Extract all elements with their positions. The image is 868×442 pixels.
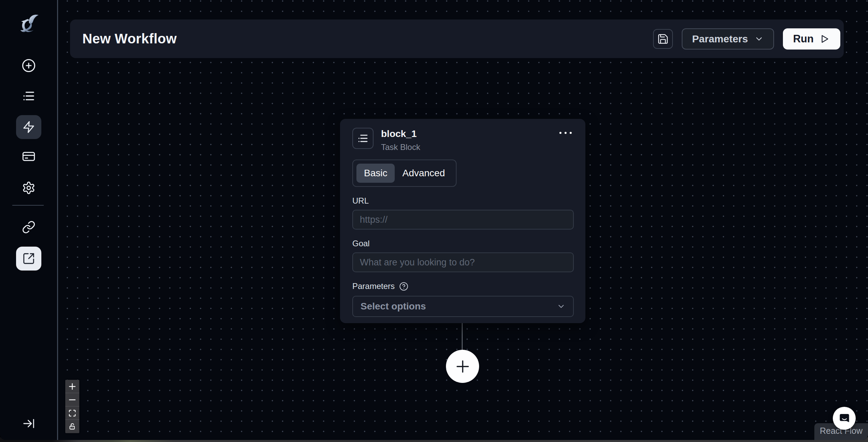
skyvern-window: New Workflow Parameters Run — [0, 0, 868, 440]
block-mode-tabs: Basic Advanced — [352, 160, 457, 187]
chevron-down-icon — [754, 34, 764, 44]
parameters-dropdown-label: Parameters — [692, 33, 748, 45]
url-input[interactable] — [352, 210, 574, 230]
intercom-chat-icon — [837, 411, 852, 426]
run-button-label: Run — [793, 33, 814, 45]
list-icon — [357, 133, 369, 144]
block-menu-button[interactable] — [557, 130, 574, 136]
external-link-icon — [22, 252, 35, 265]
unlock-icon — [69, 423, 76, 430]
save-button[interactable] — [653, 29, 673, 49]
goal-label: Goal — [352, 239, 574, 248]
link-icon — [22, 220, 36, 234]
chevron-down-icon — [557, 302, 566, 311]
plus-icon — [454, 358, 472, 375]
plus-circle-icon — [22, 58, 36, 73]
block-title: block_1 — [381, 128, 420, 139]
sidebar — [0, 0, 57, 440]
node-connector-edge — [462, 323, 463, 350]
list-icon — [22, 89, 36, 103]
workflow-header: New Workflow Parameters Run — [70, 19, 844, 58]
lightning-icon — [22, 121, 35, 134]
lock-button[interactable] — [65, 420, 79, 433]
parameters-select[interactable]: Select options — [352, 296, 574, 317]
skyvern-dragon-logo[interactable] — [16, 12, 41, 38]
block-header: block_1 Task Block — [352, 128, 574, 152]
arrow-right-to-line-icon — [22, 417, 35, 430]
goal-field-group: Goal — [352, 239, 574, 272]
parameters-dropdown-button[interactable]: Parameters — [682, 28, 774, 50]
url-field-group: URL — [352, 196, 574, 230]
sidebar-item-create[interactable] — [22, 58, 36, 73]
sidebar-item-settings[interactable] — [22, 181, 36, 195]
save-icon — [657, 33, 669, 45]
canvas-controls — [65, 380, 79, 433]
gear-icon — [22, 181, 36, 195]
block-subtitle: Task Block — [381, 142, 420, 152]
credit-card-icon — [22, 150, 36, 163]
url-label: URL — [352, 196, 574, 206]
sidebar-item-workflows[interactable] — [16, 115, 41, 139]
support-chat-button[interactable] — [833, 407, 856, 430]
parameters-field-group: Parameters Select options — [352, 281, 574, 317]
run-button[interactable]: Run — [783, 28, 840, 50]
tab-advanced[interactable]: Advanced — [395, 164, 452, 183]
sidebar-item-open-external[interactable] — [16, 247, 41, 271]
plus-icon — [68, 382, 77, 391]
fit-view-icon — [68, 409, 76, 417]
sidebar-collapse-button[interactable] — [22, 417, 35, 430]
parameters-label: Parameters — [352, 281, 395, 291]
zoom-in-button[interactable] — [65, 380, 79, 393]
block-type-icon-box — [352, 128, 374, 149]
fit-view-button[interactable] — [65, 406, 79, 420]
goal-input[interactable] — [352, 252, 574, 272]
minus-icon — [68, 396, 77, 404]
app-window: New Workflow Parameters Run — [0, 0, 868, 442]
help-circle-icon[interactable] — [399, 282, 408, 291]
page-title: New Workflow — [82, 31, 177, 46]
sidebar-item-runs[interactable] — [22, 89, 36, 103]
sidebar-item-credentials[interactable] — [22, 150, 36, 163]
header-actions: Parameters Run — [653, 28, 840, 50]
zoom-out-button[interactable] — [65, 393, 79, 406]
sidebar-item-integrations[interactable] — [22, 220, 36, 234]
parameters-select-placeholder: Select options — [361, 301, 426, 312]
add-block-button[interactable] — [446, 350, 479, 383]
dragon-logo-icon — [16, 12, 41, 38]
ellipsis-icon — [559, 132, 561, 134]
play-icon — [819, 33, 830, 44]
sidebar-divider — [12, 205, 44, 206]
block-titles: block_1 Task Block — [381, 128, 420, 152]
tab-basic[interactable]: Basic — [356, 164, 395, 183]
task-block-node[interactable]: block_1 Task Block Basic Advanced URL Go… — [340, 119, 585, 323]
